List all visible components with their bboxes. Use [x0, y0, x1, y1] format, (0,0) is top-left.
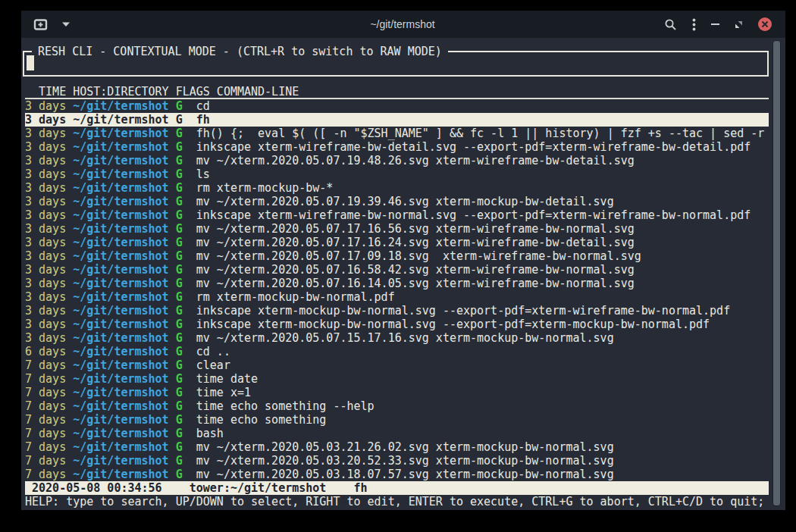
- table-row[interactable]: 3 days ~/git/termshot G fh: [25, 113, 769, 127]
- row-flags: G: [176, 277, 183, 290]
- row-command: mv ~/xterm.2020.05.07.19.48.26.svg xterm…: [196, 154, 635, 167]
- table-header: TIME HOST:DIRECTORY FLAGS COMMAND-LINE: [25, 86, 769, 99]
- table-row[interactable]: 7 days ~/git/termshot G mv ~/xterm.2020.…: [25, 454, 769, 468]
- table-row[interactable]: 3 days ~/git/termshot G mv ~/xterm.2020.…: [25, 263, 769, 277]
- row-flags: G: [176, 263, 183, 277]
- table-row[interactable]: 7 days ~/git/termshot G mv ~/xterm.2020.…: [25, 468, 769, 481]
- table-row[interactable]: 7 days ~/git/termshot G time echo someth…: [25, 399, 769, 413]
- table-row[interactable]: 3 days ~/git/termshot G rm xterm-mockup-…: [25, 181, 769, 195]
- row-command: mv ~/xterm.2020.05.03.18.07.57.svg xterm…: [196, 468, 614, 481]
- row-command: time echo something: [196, 413, 327, 427]
- row-time: 7 days: [25, 454, 66, 468]
- row-time: 3 days: [25, 236, 66, 249]
- row-flags: G: [176, 167, 183, 181]
- table-row[interactable]: 7 days ~/git/termshot G clear: [25, 358, 769, 372]
- row-flags: G: [176, 99, 183, 113]
- row-flags: G: [176, 331, 183, 345]
- row-time: 3 days: [25, 140, 66, 154]
- row-command: mv ~/xterm.2020.05.07.16.58.42.svg xterm…: [196, 263, 635, 277]
- row-flags: G: [176, 399, 183, 413]
- row-command: mv ~/xterm.2020.05.03.20.52.33.svg xterm…: [196, 454, 614, 468]
- table-row[interactable]: 3 days ~/git/termshot G inkscape xterm-w…: [25, 140, 769, 154]
- table-row[interactable]: 3 days ~/git/termshot G mv ~/xterm.2020.…: [25, 236, 769, 249]
- row-flags: G: [176, 304, 183, 318]
- row-command: mv ~/xterm.2020.05.07.17.09.18.svg xterm…: [196, 249, 641, 263]
- row-command: rm xterm-mockup-bw-normal.pdf: [196, 290, 395, 304]
- row-host-directory: ~/git/termshot: [73, 236, 168, 249]
- row-host-directory: ~/git/termshot: [73, 167, 168, 181]
- scrollbar-thumb[interactable]: [772, 40, 781, 506]
- row-host-directory: ~/git/termshot: [73, 345, 168, 358]
- row-flags: G: [176, 236, 183, 249]
- table-row[interactable]: 3 days ~/git/termshot G inkscape xterm-w…: [25, 208, 769, 222]
- row-command: mv ~/xterm.2020.05.07.17.16.56.svg xterm…: [196, 222, 635, 236]
- row-host-directory: ~/git/termshot: [73, 99, 168, 113]
- row-flags: G: [176, 290, 183, 304]
- row-command: mv ~/xterm.2020.05.07.16.14.05.svg xterm…: [196, 277, 635, 290]
- row-flags: G: [176, 386, 183, 399]
- row-time: 3 days: [25, 249, 66, 263]
- table-row[interactable]: 6 days ~/git/termshot G cd ..: [25, 345, 769, 358]
- row-host-directory: ~/git/termshot: [73, 154, 168, 167]
- row-command: cd ..: [196, 345, 230, 358]
- table-row[interactable]: 7 days ~/git/termshot G time echo someth…: [25, 413, 769, 427]
- row-flags: G: [176, 427, 183, 440]
- search-button[interactable]: [664, 18, 677, 31]
- row-command: bash: [196, 427, 224, 440]
- search-panel-title: RESH CLI - CONTEXTUAL MODE - (CTRL+R to …: [32, 45, 448, 58]
- row-command: clear: [196, 358, 230, 372]
- row-time: 3 days: [25, 318, 66, 331]
- table-row[interactable]: 7 days ~/git/termshot G mv ~/xterm.2020.…: [25, 440, 769, 454]
- minimize-button[interactable]: [711, 23, 719, 26]
- row-time: 6 days: [25, 345, 66, 358]
- history-table: TIME HOST:DIRECTORY FLAGS COMMAND-LINE 3…: [25, 86, 769, 481]
- menu-button[interactable]: [692, 18, 696, 31]
- row-flags: G: [176, 318, 183, 331]
- row-time: 3 days: [25, 263, 66, 277]
- status-command: fh: [354, 481, 368, 495]
- table-row[interactable]: 3 days ~/git/termshot G mv ~/xterm.2020.…: [25, 154, 769, 167]
- table-row[interactable]: 7 days ~/git/termshot G time x=1: [25, 386, 769, 399]
- tabs-dropdown-button[interactable]: [61, 21, 71, 27]
- status-datetime: 2020-05-08 00:34:56: [32, 481, 162, 495]
- row-host-directory: ~/git/termshot: [73, 440, 168, 454]
- row-command: mv ~/xterm.2020.05.07.19.39.46.svg xterm…: [196, 195, 614, 208]
- table-row[interactable]: 3 days ~/git/termshot G fh() {; eval $( …: [25, 127, 769, 140]
- table-row[interactable]: 3 days ~/git/termshot G mv ~/xterm.2020.…: [25, 195, 769, 208]
- table-row[interactable]: 3 days ~/git/termshot G mv ~/xterm.2020.…: [25, 222, 769, 236]
- table-row[interactable]: 3 days ~/git/termshot G ls: [25, 167, 769, 181]
- row-host-directory: ~/git/termshot: [73, 290, 168, 304]
- row-host-directory: ~/git/termshot: [73, 413, 168, 427]
- row-host-directory: ~/git/termshot: [73, 195, 168, 208]
- table-row[interactable]: 3 days ~/git/termshot G mv ~/xterm.2020.…: [25, 331, 769, 345]
- row-host-directory: ~/git/termshot: [73, 277, 168, 290]
- row-flags: G: [176, 345, 183, 358]
- row-time: 3 days: [25, 208, 66, 222]
- new-tab-button[interactable]: [33, 18, 48, 31]
- row-flags: G: [176, 127, 183, 140]
- table-row[interactable]: 3 days ~/git/termshot G inkscape xterm-m…: [25, 304, 769, 318]
- history-rows: 3 days ~/git/termshot G cd3 days ~/git/t…: [25, 99, 769, 481]
- table-row[interactable]: 7 days ~/git/termshot G time date: [25, 372, 769, 386]
- table-row[interactable]: 3 days ~/git/termshot G rm xterm-mockup-…: [25, 290, 769, 304]
- row-host-directory: ~/git/termshot: [73, 181, 168, 195]
- row-flags: G: [176, 372, 183, 386]
- row-host-directory: ~/git/termshot: [73, 372, 168, 386]
- row-time: 3 days: [25, 181, 66, 195]
- row-host-directory: ~/git/termshot: [73, 113, 168, 127]
- table-row[interactable]: 3 days ~/git/termshot G inkscape xterm-m…: [25, 318, 769, 331]
- search-input[interactable]: [27, 55, 34, 70]
- table-row[interactable]: 3 days ~/git/termshot G mv ~/xterm.2020.…: [25, 249, 769, 263]
- row-time: 3 days: [25, 113, 66, 127]
- close-button[interactable]: [758, 17, 772, 31]
- row-flags: G: [176, 195, 183, 208]
- row-time: 7 days: [25, 427, 66, 440]
- row-flags: G: [176, 154, 183, 167]
- row-command: mv ~/xterm.2020.05.07.15.17.16.svg xterm…: [196, 331, 614, 345]
- restore-button[interactable]: [735, 20, 743, 29]
- table-row[interactable]: 3 days ~/git/termshot G cd: [25, 99, 769, 113]
- table-row[interactable]: 7 days ~/git/termshot G bash: [25, 427, 769, 440]
- window-title: ~/git/termshot: [200, 18, 605, 30]
- table-row[interactable]: 3 days ~/git/termshot G mv ~/xterm.2020.…: [25, 277, 769, 290]
- row-host-directory: ~/git/termshot: [73, 304, 168, 318]
